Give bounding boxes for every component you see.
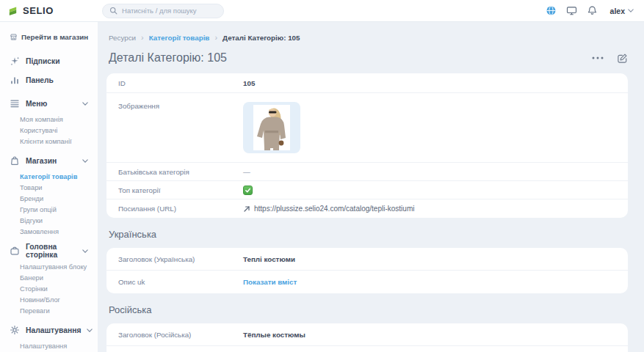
sparkles-icon (10, 56, 20, 66)
sidebar-group-menu[interactable]: Меню (0, 94, 98, 113)
sidebar-item-label: Головна сторінка (26, 243, 76, 259)
field-value: 105 (243, 79, 255, 87)
sidebar-item-news-blog[interactable]: Новини/Блог (0, 294, 98, 305)
sidebar-item-brands[interactable]: Бренди (0, 193, 98, 204)
chevron-right-icon: › (141, 33, 144, 42)
detail-row-url: Посилання (URL) https://plussize.selio24… (106, 199, 628, 218)
details-card: ID 105 Зображення (106, 73, 628, 218)
detail-row-description-ru: Опис ru Показати вміст (106, 346, 628, 352)
chevron-down-icon (82, 159, 88, 163)
sidebar-submenu-store: Категорії товарів Товари Бренди Групи оп… (0, 171, 98, 237)
sidebar-submenu-homepage: Налаштування блоку Банери Сторінки Новин… (0, 261, 98, 316)
search-icon (109, 7, 117, 15)
page-actions (592, 53, 628, 64)
check-icon (245, 187, 251, 194)
storefront-icon (10, 33, 18, 41)
sidebar-item-pages[interactable]: Сторінки (0, 283, 98, 294)
field-label: Топ категорії (118, 186, 243, 194)
top-category-checkbox[interactable] (243, 186, 253, 195)
category-photo (253, 105, 290, 150)
detail-row-title-uk: Заголовок (Українська) Теплі костюми (106, 248, 628, 271)
detail-row-id: ID 105 (106, 73, 628, 93)
chevron-down-icon (87, 329, 93, 332)
russian-card: Заголовок (Російська) Тёплые костюмы Опи… (106, 323, 628, 352)
category-image[interactable] (243, 102, 300, 153)
field-value: Тёплые костюмы (243, 331, 305, 339)
shopping-bag-icon (10, 155, 20, 166)
category-url-link[interactable]: https://plussize.selio24.com/catalog/tep… (243, 205, 414, 213)
app-header: SELIO alex (0, 0, 644, 22)
more-options-button[interactable] (592, 56, 604, 59)
chevron-right-icon: › (214, 33, 217, 42)
monitor-icon[interactable] (566, 5, 577, 16)
header-actions: alex (546, 5, 634, 16)
section-title-ukrainian: Українська (106, 229, 628, 240)
show-content-link[interactable]: Показати вміст (243, 278, 297, 286)
user-menu[interactable]: alex (610, 7, 634, 15)
detail-row-description-uk: Опис uk Показати вміст (106, 271, 628, 293)
sidebar-item-subscriptions[interactable]: Підписки (0, 51, 98, 70)
sidebar-item-reviews[interactable]: Відгуки (0, 215, 98, 226)
search-input[interactable] (122, 7, 217, 15)
sidebar-item-label: Меню (26, 100, 76, 108)
edit-icon[interactable] (617, 53, 628, 64)
bell-icon[interactable] (587, 5, 598, 16)
page-title: Деталі Категорію: 105 (109, 51, 227, 65)
sidebar-item-dashboard[interactable]: Панель (0, 70, 98, 89)
user-name: alex (610, 7, 625, 15)
detail-row-image: Зображення (106, 93, 628, 163)
logo-text: SELIO (23, 5, 54, 16)
sidebar-item-benefits[interactable]: Переваги (0, 305, 98, 316)
section-title-russian: Російська (106, 304, 628, 315)
url-text: https://plussize.selio24.com/catalog/tep… (254, 205, 414, 213)
global-search[interactable] (102, 4, 224, 18)
field-label: Заголовок (Російська) (118, 331, 243, 339)
sidebar-item-my-company[interactable]: Моя компанія (0, 114, 98, 125)
sidebar-item-banners[interactable]: Банери (0, 272, 98, 283)
chevron-down-icon (628, 9, 634, 12)
sidebar-item-products[interactable]: Товари (0, 182, 98, 193)
sidebar-item-label: Магазин (26, 157, 76, 165)
field-label: Батьківська категорія (118, 168, 243, 176)
sidebar-item-block-settings[interactable]: Налаштування блоку (0, 261, 98, 272)
ukrainian-card: Заголовок (Українська) Теплі костюми Опи… (106, 248, 628, 293)
sidebar-group-settings[interactable]: Налаштування (0, 320, 98, 340)
field-label: ID (118, 79, 243, 87)
sidebar-item-settings-sub[interactable]: Налаштування (0, 340, 98, 351)
field-value: — (243, 168, 250, 176)
sidebar-item-go-to-store[interactable]: Перейти в магазин (0, 28, 98, 45)
briefcase-icon (10, 246, 20, 256)
external-link-icon (243, 205, 250, 213)
breadcrumb: Ресурси › Категорії товарів › Деталі Кат… (106, 33, 628, 42)
field-label: Опис uk (118, 278, 243, 286)
field-value: Теплі костюми (243, 255, 295, 263)
detail-row-top-category: Топ категорії (106, 181, 628, 199)
sidebar-submenu-menu: Моя компанія Користувачі Клієнти компані… (0, 114, 98, 147)
field-label: Заголовок (Українська) (118, 255, 243, 263)
breadcrumb-item-resources[interactable]: Ресурси (109, 34, 136, 42)
sidebar-item-label: Підписки (26, 57, 88, 65)
detail-row-parent-category: Батьківська категорія — (106, 163, 628, 181)
chevron-down-icon (82, 249, 88, 253)
field-label: Посилання (URL) (118, 205, 243, 213)
chevron-down-icon (82, 102, 88, 106)
gear-icon (10, 325, 20, 335)
sidebar-group-homepage[interactable]: Головна сторінка (0, 241, 98, 260)
sidebar-item-label: Панель (26, 76, 88, 84)
sidebar-item-users[interactable]: Користувачі (0, 125, 98, 136)
sidebar-group-store[interactable]: Магазин (0, 151, 98, 170)
sidebar-item-option-groups[interactable]: Групи опцій (0, 204, 98, 215)
breadcrumb-item-current: Деталі Категорію: 105 (222, 34, 300, 42)
globe-icon[interactable] (546, 5, 557, 16)
sidebar-item-orders[interactable]: Замовлення (0, 226, 98, 237)
bar-chart-icon (10, 75, 20, 85)
main-content: Ресурси › Категорії товарів › Деталі Кат… (98, 22, 644, 352)
detail-row-title-ru: Заголовок (Російська) Тёплые костюмы (106, 323, 628, 346)
selio-logo-icon (7, 5, 18, 16)
selio-logo[interactable]: SELIO (7, 5, 54, 16)
sidebar-item-label: Перейти в магазин (21, 33, 88, 41)
field-label: Зображення (118, 102, 243, 110)
breadcrumb-item-product-categories[interactable]: Категорії товарів (149, 34, 210, 42)
sidebar-item-company-clients[interactable]: Клієнти компанії (0, 136, 98, 147)
sidebar-item-product-categories[interactable]: Категорії товарів (0, 171, 98, 182)
